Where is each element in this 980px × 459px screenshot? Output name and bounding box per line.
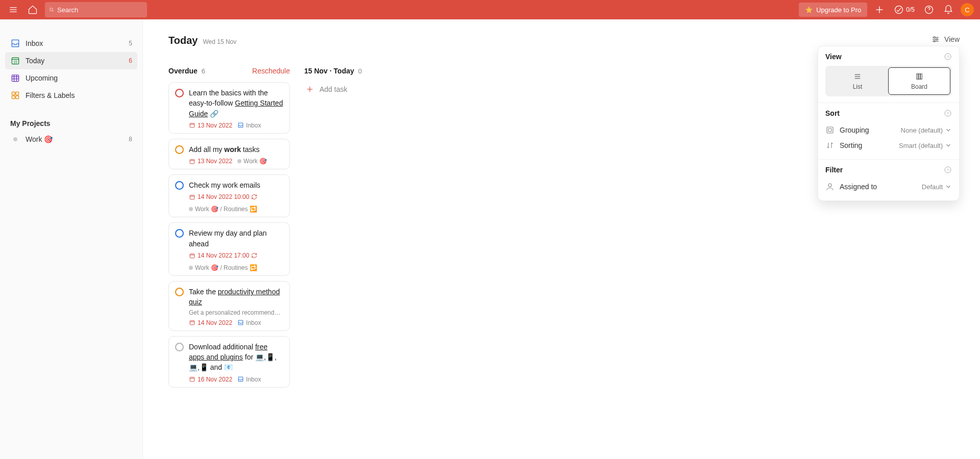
svg-rect-48 [919, 74, 920, 80]
column-title: 15 Nov · Today [304, 67, 354, 75]
main-content: Today Wed 15 Nov View Overdue 6 Reschedu… [143, 19, 980, 459]
svg-point-27 [934, 40, 935, 42]
productivity-icon [894, 5, 904, 15]
task-card[interactable]: Learn the basics with the easy-to-follow… [168, 82, 290, 134]
projects-heading: My Projects [5, 114, 137, 131]
filter-help-button[interactable]: ? [944, 166, 952, 174]
sort-help-button[interactable]: ? [944, 109, 952, 117]
sidebar-item-count: 5 [129, 40, 132, 47]
productivity-button[interactable]: 0/5 [892, 3, 917, 17]
project-dot-icon [10, 134, 20, 144]
task-checkbox[interactable] [175, 181, 184, 190]
home-button[interactable] [26, 3, 40, 17]
topbar: Upgrade to Pro 0/5 C [0, 0, 980, 19]
task-title: Download additional free apps and plugin… [189, 342, 283, 373]
column-count: 6 [202, 67, 205, 75]
svg-text:?: ? [947, 55, 949, 59]
avatar[interactable]: C [961, 3, 974, 16]
sidebar-item-label: Upcoming [26, 74, 58, 82]
filter-title: Filter [825, 166, 843, 174]
reschedule-button[interactable]: Reschedule [252, 67, 290, 75]
page-date: Wed 15 Nov [203, 38, 236, 45]
quick-add-button[interactable] [872, 3, 887, 17]
task-card[interactable]: Review my day and plan ahead 14 Nov 2022… [168, 222, 290, 276]
task-date: 13 Nov 2022 [189, 158, 232, 165]
inbox-icon [10, 38, 20, 48]
svg-rect-20 [12, 96, 15, 99]
help-button[interactable] [922, 3, 936, 17]
view-panel-title: View [825, 53, 842, 61]
task-project: Inbox [237, 376, 261, 383]
list-icon [853, 72, 862, 81]
board-icon [915, 72, 924, 81]
svg-point-7 [895, 6, 903, 14]
sidebar: Inbox 5 15 Today 6 Upcoming Filters & La… [0, 19, 143, 459]
column-today: 15 Nov · Today 0 Add task [304, 67, 426, 96]
task-card[interactable]: Add all my work tasks 13 Nov 2022 Work 🎯 [168, 139, 290, 169]
task-date: 14 Nov 2022 17:00 [189, 252, 257, 259]
avatar-letter: C [965, 6, 969, 14]
svg-rect-30 [190, 159, 194, 163]
search-box[interactable] [45, 2, 147, 17]
task-title: Check my work emails [189, 180, 260, 190]
task-card[interactable]: Download additional free apps and plugin… [168, 336, 290, 388]
grouping-icon [825, 125, 835, 135]
star-icon [805, 6, 813, 14]
task-project: Work 🎯 / Routines 🔁 [189, 264, 257, 271]
sidebar-item-inbox[interactable]: Inbox 5 [5, 35, 137, 52]
chevron-down-icon [945, 126, 952, 134]
help-icon: ? [944, 109, 952, 117]
upcoming-icon [10, 73, 20, 83]
task-project: Inbox [237, 319, 261, 326]
task-card[interactable]: Check my work emails 14 Nov 2022 10:00 W… [168, 174, 290, 217]
view-layout-toggle: List Board [825, 66, 952, 96]
task-checkbox[interactable] [175, 89, 184, 97]
add-task-button[interactable]: Add task [304, 82, 426, 96]
sidebar-item-filters[interactable]: Filters & Labels [5, 87, 137, 104]
svg-rect-53 [828, 129, 831, 132]
bell-icon [943, 5, 953, 15]
search-input[interactable] [57, 6, 143, 14]
svg-point-3 [50, 8, 53, 11]
sidebar-project-label: Work 🎯 [26, 135, 53, 143]
home-icon [28, 5, 38, 15]
assigned-row[interactable]: Assigned to Default [825, 179, 952, 194]
task-project: Inbox [237, 122, 261, 129]
svg-line-4 [53, 11, 54, 12]
view-button[interactable]: View [931, 35, 960, 44]
view-help-button[interactable]: ? [944, 53, 952, 61]
svg-rect-38 [190, 377, 194, 381]
task-checkbox[interactable] [175, 229, 184, 238]
sidebar-item-today[interactable]: 15 Today 6 [5, 52, 137, 69]
menu-button[interactable] [6, 3, 20, 17]
sorting-row[interactable]: Sorting Smart (default) [825, 138, 952, 153]
sidebar-item-upcoming[interactable]: Upcoming [5, 69, 137, 87]
task-checkbox[interactable] [175, 145, 184, 154]
column-header-today: 15 Nov · Today 0 [304, 67, 426, 75]
notifications-button[interactable] [941, 3, 955, 17]
task-card[interactable]: Take the productivity method quizGet a p… [168, 281, 290, 331]
page-title: Today [168, 35, 198, 46]
chevron-down-icon [945, 142, 952, 149]
help-icon: ? [944, 166, 952, 174]
layout-list-button[interactable]: List [827, 67, 888, 95]
column-header-overdue: Overdue 6 Reschedule [168, 67, 290, 75]
task-date: 14 Nov 2022 10:00 [189, 193, 257, 200]
column-count: 0 [358, 67, 362, 75]
task-date: 13 Nov 2022 [189, 122, 232, 129]
layout-board-button[interactable]: Board [888, 67, 950, 95]
chevron-down-icon [945, 183, 952, 190]
task-date: 14 Nov 2022 [189, 319, 232, 326]
sidebar-project-work[interactable]: Work 🎯 8 [5, 131, 137, 148]
svg-text:?: ? [947, 111, 949, 116]
sidebar-item-label: Today [26, 57, 44, 65]
search-icon [49, 5, 54, 14]
svg-rect-19 [16, 92, 19, 95]
task-checkbox[interactable] [175, 288, 184, 296]
add-task-label: Add task [320, 85, 347, 93]
grouping-row[interactable]: Grouping None (default) [825, 122, 952, 138]
sidebar-project-count: 8 [129, 136, 132, 143]
upgrade-button[interactable]: Upgrade to Pro [799, 3, 867, 17]
svg-point-25 [936, 39, 938, 40]
task-checkbox[interactable] [175, 343, 184, 351]
